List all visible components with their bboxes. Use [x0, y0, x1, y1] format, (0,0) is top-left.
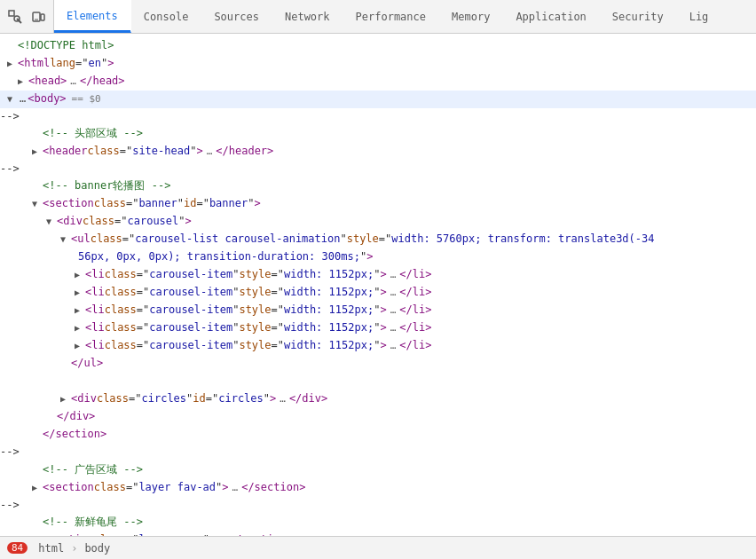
tab-sources[interactable]: Sources [201, 0, 272, 33]
code-line[interactable]: </div> [0, 408, 756, 426]
tab-application[interactable]: Application [503, 0, 599, 33]
code-line[interactable]: <section class="banner" id="banner"> [0, 195, 756, 213]
code-line[interactable]: </ul> [0, 355, 756, 373]
tabs-container: Elements Console Sources Network Perform… [54, 0, 721, 33]
code-line[interactable]: <header class="site-head">…</header> [0, 143, 756, 161]
code-line[interactable]: <li class="carousel-item" style="width: … [0, 337, 756, 355]
tab-lig[interactable]: Lig [677, 0, 722, 33]
toolbar-icons [0, 0, 54, 33]
expand-arrow[interactable] [75, 303, 85, 318]
expand-arrow[interactable] [75, 268, 85, 282]
inspect-element-button[interactable] [5, 7, 25, 27]
breadcrumb-html[interactable]: html [35, 540, 67, 556]
code-line[interactable]: <li class="carousel-item" style="width: … [0, 319, 756, 337]
expand-arrow[interactable] [7, 92, 18, 106]
expand-arrow[interactable] [75, 286, 85, 300]
code-line[interactable]: <!-- banner轮播图 --> [0, 177, 756, 195]
code-line[interactable]: <div class="circles" id="circles">…</div… [0, 390, 756, 408]
svg-rect-4 [41, 14, 44, 20]
expand-arrow[interactable] [18, 75, 28, 89]
breadcrumb-body[interactable]: body [81, 540, 114, 556]
code-line[interactable]: <html lang="en"> [0, 55, 756, 73]
code-line[interactable]: <li class="carousel-item" style="width: … [0, 284, 756, 302]
code-line[interactable]: <ul class="carousel-list carousel-animat… [0, 231, 756, 248]
expand-arrow[interactable] [7, 57, 18, 71]
expand-arrow[interactable] [60, 232, 71, 247]
expand-arrow[interactable] [46, 215, 57, 229]
error-badge: 84 [7, 542, 28, 554]
tab-network[interactable]: Network [272, 0, 343, 33]
device-toggle-button[interactable] [28, 7, 48, 27]
code-area[interactable]: <!DOCTYPE html> <html lang="en"> <head>…… [0, 34, 756, 536]
code-line[interactable]: <section class="layer fav-ad">…</section… [0, 479, 756, 497]
expand-arrow[interactable] [75, 339, 85, 353]
expand-arrow[interactable] [60, 392, 71, 406]
elements-panel: <!DOCTYPE html> <html lang="en"> <head>…… [0, 34, 756, 536]
tab-performance[interactable]: Performance [343, 0, 439, 33]
code-line[interactable]: <li class="carousel-item" style="width: … [0, 266, 756, 284]
code-line[interactable]: </section> [0, 426, 756, 444]
code-line[interactable]: <!-- 广告区域 --> [0, 461, 756, 479]
tab-console[interactable]: Console [131, 0, 202, 33]
expand-arrow[interactable] [32, 481, 43, 495]
code-line[interactable]: <li class="carousel-item" style="width: … [0, 302, 756, 319]
expand-arrow[interactable] [32, 145, 43, 159]
expand-arrow[interactable] [75, 321, 85, 335]
code-line [0, 373, 756, 390]
code-line[interactable]: <div class="carousel"> [0, 213, 756, 231]
code-line[interactable]: <!-- 头部区域 --> [0, 125, 756, 143]
code-line-body[interactable]: … <body> == $0 [0, 91, 756, 108]
svg-rect-0 [9, 11, 14, 16]
tab-memory[interactable]: Memory [439, 0, 503, 33]
tab-security[interactable]: Security [600, 0, 677, 33]
code-line-continued[interactable]: 56px, 0px, 0px); transition-duration: 30… [0, 248, 756, 266]
code-line[interactable]: <head>…</head> [0, 73, 756, 91]
code-line[interactable]: <!-- 新鲜龟尾 --> [0, 514, 756, 531]
tab-elements[interactable]: Elements [54, 0, 131, 33]
expand-arrow[interactable] [32, 197, 43, 211]
devtools-toolbar: Elements Console Sources Network Perform… [0, 0, 756, 34]
code-line[interactable]: <!DOCTYPE html> [0, 37, 756, 55]
bottom-bar: 84 html › body [0, 536, 756, 559]
